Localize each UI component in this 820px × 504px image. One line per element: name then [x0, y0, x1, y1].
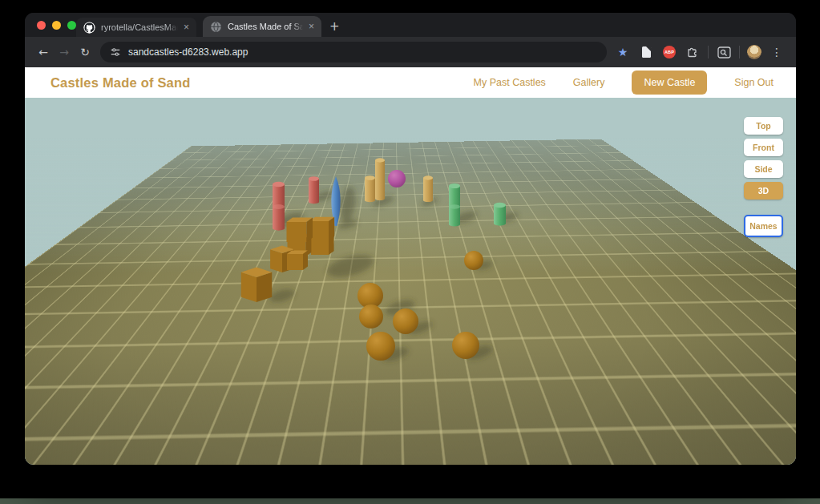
cube-single[interactable]: [241, 268, 272, 302]
shape-shadow: [269, 287, 297, 304]
tan-cylinder-tall[interactable]: [375, 158, 385, 200]
cube-column-left-top[interactable]: [287, 218, 313, 243]
browser-menu-icon[interactable]: ⋮: [769, 44, 785, 60]
view-controls: Top Front Side 3D Names: [744, 117, 783, 237]
scene-shapes-layer: [25, 98, 796, 465]
zoom-window-button[interactable]: [67, 21, 76, 30]
tab-github[interactable]: ryrotella/CastlesMadeOfSand ×: [76, 18, 196, 37]
magenta-sphere[interactable]: [388, 170, 406, 187]
browser-toolbar: ← → ↻ sandcastles-d6283.web.app ★ ABP: [25, 37, 796, 67]
tab-title: Castles Made of Sand: [228, 22, 303, 31]
github-icon: [83, 22, 95, 34]
desktop-edge: [0, 498, 820, 504]
scene-canvas[interactable]: Top Front Side 3D Names: [25, 98, 796, 465]
shadows: [269, 186, 519, 364]
side-panel-search-icon[interactable]: [716, 44, 732, 60]
toolbar-separator: [708, 46, 709, 58]
close-tab-icon[interactable]: ×: [184, 22, 189, 33]
extensions-puzzle-icon[interactable]: [685, 44, 701, 60]
nav-my-past-castles[interactable]: My Past Castles: [474, 77, 546, 88]
new-tab-button[interactable]: +: [329, 19, 340, 34]
bookmark-star-icon[interactable]: ★: [615, 44, 631, 60]
ochre-sphere-front-left[interactable]: [366, 332, 395, 361]
ochre-sphere-far[interactable]: [464, 251, 483, 270]
green-cylinder-short[interactable]: [494, 203, 506, 226]
back-icon[interactable]: ←: [33, 46, 54, 58]
site-settings-icon[interactable]: [110, 46, 121, 58]
page-title: Castles Made of Sand: [50, 75, 191, 91]
tab-app[interactable]: Castles Made of Sand ×: [203, 16, 321, 37]
close-tab-icon[interactable]: ×: [309, 21, 314, 32]
url-bar[interactable]: sandcastles-d6283.web.app: [100, 42, 607, 62]
minimize-window-button[interactable]: [52, 21, 61, 30]
document-extension-icon[interactable]: [638, 44, 654, 60]
ochre-sphere-stack-bottom[interactable]: [359, 304, 383, 329]
tan-cylinder-right[interactable]: [423, 175, 433, 202]
cube-column-right-top[interactable]: [309, 217, 334, 240]
adblock-icon[interactable]: ABP: [661, 44, 677, 60]
reload-icon[interactable]: ↻: [75, 46, 95, 58]
url-text: sandcastles-d6283.web.app: [128, 46, 248, 58]
shape-shadow: [338, 186, 357, 223]
view-top-button[interactable]: Top: [744, 117, 783, 135]
tab-title: ryrotella/CastlesMadeOfSand: [101, 22, 178, 32]
cube-pair-right[interactable]: [287, 251, 308, 270]
tab-strip: ryrotella/CastlesMadeOfSand × Castles Ma…: [25, 13, 796, 37]
toolbar-separator: [739, 46, 740, 58]
names-toggle-button[interactable]: Names: [744, 215, 783, 237]
red-cylinder-short[interactable]: [309, 176, 319, 204]
ochre-sphere-mid[interactable]: [393, 308, 418, 334]
browser-window: ryrotella/CastlesMadeOfSand × Castles Ma…: [25, 13, 796, 465]
forward-icon[interactable]: →: [54, 46, 75, 58]
ochre-sphere-front-right[interactable]: [452, 332, 479, 359]
nav-gallery[interactable]: Gallery: [573, 77, 605, 88]
app-nav: My Past Castles Gallery New Castle Sign …: [474, 71, 774, 95]
new-castle-button[interactable]: New Castle: [632, 71, 707, 95]
app-header: Castles Made of Sand My Past Castles Gal…: [25, 67, 796, 98]
view-3d-button[interactable]: 3D: [744, 182, 783, 200]
red-cylinder-tall[interactable]: [273, 182, 285, 231]
green-cylinder-tall[interactable]: [449, 183, 460, 227]
window-controls: [37, 21, 76, 30]
close-window-button[interactable]: [37, 21, 46, 30]
sign-out-link[interactable]: Sign Out: [734, 77, 774, 88]
view-side-button[interactable]: Side: [744, 160, 783, 178]
shape-shadow: [325, 251, 376, 282]
globe-icon: [210, 21, 222, 33]
profile-avatar[interactable]: [747, 45, 761, 59]
tan-cylinder-front[interactable]: [365, 175, 375, 202]
view-front-button[interactable]: Front: [744, 139, 783, 156]
toolbar-right: ★ ABP ⋮: [615, 44, 788, 60]
